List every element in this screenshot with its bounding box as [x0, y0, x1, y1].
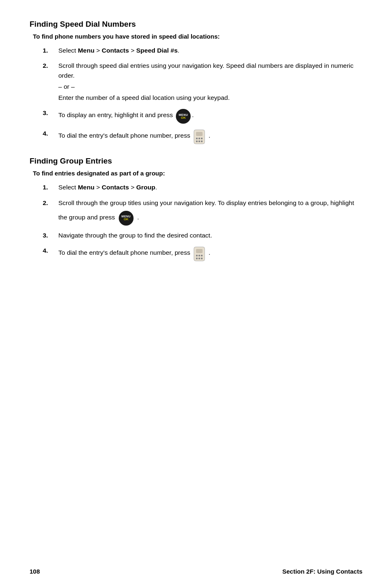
- send-button-icon-2: [193, 247, 205, 261]
- page-content: Finding Speed Dial Numbers To find phone…: [0, 0, 392, 303]
- send-svg-2: [193, 247, 205, 261]
- contacts-bold: Contacts: [102, 47, 129, 54]
- menu-bold: Menu: [78, 184, 94, 191]
- speed-dial-step-3: 3. To display an entry, highlight it and…: [43, 108, 362, 123]
- svg-rect-5: [196, 141, 198, 142]
- or-divider: – or –: [58, 82, 362, 91]
- step-text: Select Menu > Contacts > Group.: [58, 182, 362, 192]
- svg-rect-12: [201, 255, 203, 256]
- step-num: 3.: [43, 231, 54, 240]
- step-text: Scroll through the group titles using yo…: [58, 198, 362, 225]
- send-button-icon: [193, 129, 205, 144]
- group-step-1: 1. Select Menu > Contacts > Group.: [43, 182, 362, 192]
- group-step-2: 2. Scroll through the group titles using…: [43, 198, 362, 225]
- step-text: To dial the entry's default phone number…: [58, 246, 362, 261]
- menu-bold: Menu: [78, 47, 94, 54]
- step-num: 4.: [43, 129, 54, 138]
- svg-rect-2: [196, 138, 198, 139]
- group-press-line: the group and press MENU OK .: [58, 210, 362, 225]
- speed-dial-intro: To find phone numbers you have stored in…: [33, 33, 362, 40]
- speed-dial-title: Finding Speed Dial Numbers: [30, 20, 362, 29]
- svg-rect-4: [201, 138, 203, 139]
- page-number: 108: [30, 568, 40, 575]
- group-bold: Group: [136, 184, 156, 191]
- speed-dial-bold: Speed Dial #s: [136, 47, 178, 54]
- svg-rect-11: [198, 255, 200, 256]
- step-text: Scroll through speed dial entries using …: [58, 61, 362, 102]
- svg-rect-7: [201, 141, 203, 142]
- svg-rect-3: [198, 138, 200, 139]
- speed-dial-step-4: 4. To dial the entry's default phone num…: [43, 129, 362, 143]
- speed-dial-step-2: 2. Scroll through speed dial entries usi…: [43, 61, 362, 102]
- group-entries-steps: 1. Select Menu > Contacts > Group. 2. Sc…: [43, 182, 362, 261]
- svg-rect-10: [196, 255, 198, 256]
- menu-ok-button-icon-2: MENU OK: [119, 211, 134, 226]
- group-step-3: 3. Navigate through the group to find th…: [43, 231, 362, 240]
- speed-dial-step-1: 1. Select Menu > Contacts > Speed Dial #…: [43, 46, 362, 55]
- speed-dial-steps: 1. Select Menu > Contacts > Speed Dial #…: [43, 46, 362, 143]
- step-text: To dial the entry's default phone number…: [58, 129, 362, 143]
- step-text: Navigate through the group to find the d…: [58, 231, 362, 240]
- menu-ok-button-icon: MENU OK: [176, 109, 191, 124]
- page-footer: 108 Section 2F: Using Contacts: [0, 568, 392, 575]
- section-label: Section 2F: Using Contacts: [282, 568, 362, 575]
- step-num: 2.: [43, 61, 54, 70]
- ok-label: OK: [124, 218, 129, 221]
- svg-rect-1: [196, 132, 203, 136]
- svg-rect-9: [196, 249, 203, 253]
- step-num: 1.: [43, 46, 54, 55]
- group-step-4: 4. To dial the entry's default phone num…: [43, 246, 362, 261]
- svg-rect-6: [198, 141, 200, 142]
- svg-rect-13: [196, 258, 198, 259]
- svg-rect-14: [198, 258, 200, 259]
- period: .: [137, 212, 139, 222]
- group-entries-intro: To find entries designated as part of a …: [33, 170, 362, 177]
- svg-rect-15: [201, 258, 203, 259]
- group-entries-section: Finding Group Entries To find entries de…: [30, 157, 362, 261]
- step-text: To display an entry, highlight it and pr…: [58, 108, 362, 123]
- ok-label: OK: [181, 116, 186, 120]
- step-num: 2.: [43, 198, 54, 208]
- group-entries-title: Finding Group Entries: [30, 157, 362, 166]
- step-text: Select Menu > Contacts > Speed Dial #s.: [58, 46, 362, 55]
- group-press-text: the group and press: [58, 212, 115, 222]
- step-num: 1.: [43, 182, 54, 192]
- step-num: 3.: [43, 108, 54, 118]
- contacts-bold: Contacts: [102, 184, 129, 191]
- step-num: 4.: [43, 246, 54, 255]
- send-svg: [193, 129, 205, 144]
